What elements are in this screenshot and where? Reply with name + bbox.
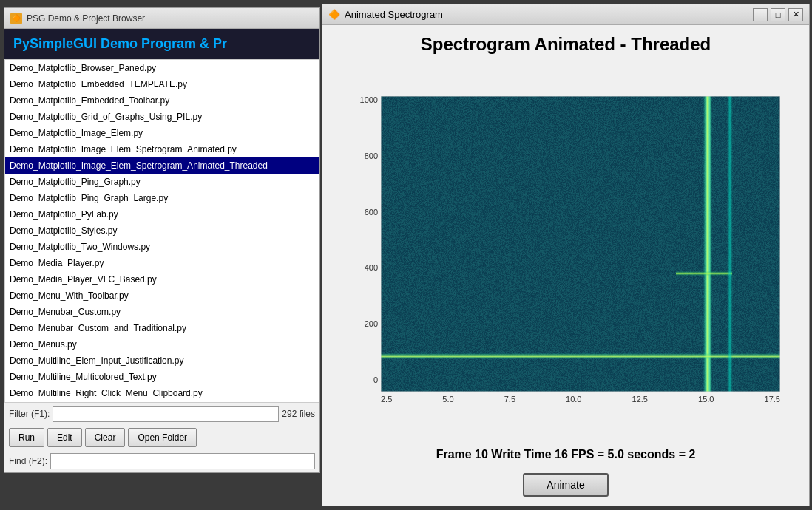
file-list-item[interactable]: Demo_Matplotlib_Styles.py: [5, 222, 319, 239]
filter-input[interactable]: [53, 406, 279, 422]
file-list-item[interactable]: Demo_Matplotlib_PyLab.py: [5, 206, 319, 222]
find-input[interactable]: [50, 453, 315, 469]
x-label-7_5: 7.5: [504, 395, 515, 404]
restore-button[interactable]: □: [771, 8, 785, 21]
file-list-item[interactable]: Demo_Multiline_cprint_Printing.py: [5, 401, 319, 402]
file-list-container: Demo_Matplotlib_Browser_Paned.pyDemo_Mat…: [4, 59, 319, 403]
left-titlebar: 🔶 PSG Demo & Project Browser: [4, 8, 319, 29]
y-label-600: 600: [365, 208, 378, 217]
file-list-item[interactable]: Demo_Matplotlib_Browser_Paned.py: [5, 60, 319, 76]
left-window: 🔶 PSG Demo & Project Browser PySimpleGUI…: [4, 7, 320, 473]
find-label: Find (F2):: [9, 456, 47, 466]
button-row: Run Edit Clear Open Folder: [4, 425, 319, 450]
file-list-item[interactable]: Demo_Matplotlib_Image_Elem.py: [5, 125, 319, 141]
spectrogram-wrapper: 1000 800 600 400 200 0 2.5 5.0 7.5 10.0 …: [351, 96, 780, 407]
find-row: Find (F2):: [4, 450, 319, 472]
y-label-800: 800: [365, 152, 378, 160]
x-label-2_5: 2.5: [381, 395, 392, 404]
file-list-item[interactable]: Demo_Menu_With_Toolbar.py: [5, 288, 319, 304]
x-axis-labels: 2.5 5.0 7.5 10.0 12.5 15.0 17.5: [381, 392, 780, 407]
filter-label: Filter (F1):: [9, 409, 50, 419]
y-label-0: 0: [373, 376, 378, 384]
file-list-item[interactable]: Demo_Menus.py: [5, 336, 319, 353]
left-title-text: PSG Demo & Project Browser: [27, 13, 145, 24]
animate-row: Animate: [322, 467, 809, 506]
file-list-item[interactable]: Demo_Matplotlib_Image_Elem_Spetrogram_An…: [5, 157, 319, 174]
run-button[interactable]: Run: [9, 428, 44, 447]
left-title-icon: 🔶: [10, 13, 22, 24]
close-button[interactable]: ✕: [788, 8, 803, 21]
x-label-5_0: 5.0: [442, 395, 453, 404]
file-list-item[interactable]: Demo_Media_Player_VLC_Based.py: [5, 271, 319, 288]
file-list-item[interactable]: Demo_Matplotlib_Grid_of_Graphs_Using_PIL…: [5, 109, 319, 125]
file-list-item[interactable]: Demo_Multiline_Multicolored_Text.py: [5, 369, 319, 385]
file-list-item[interactable]: Demo_Multiline_Right_Click_Menu_Clipboar…: [5, 385, 319, 401]
file-list[interactable]: Demo_Matplotlib_Browser_Paned.pyDemo_Mat…: [5, 60, 319, 402]
right-title-icon: 🔶: [328, 9, 340, 20]
spectrogram-canvas: [381, 96, 780, 392]
app-header: PySimpleGUI Demo Program & Pr: [4, 29, 319, 59]
file-list-item[interactable]: Demo_Matplotlib_Embedded_TEMPLATE.py: [5, 76, 319, 92]
file-count: 292 files: [282, 409, 315, 419]
filter-row: Filter (F1): 292 files: [4, 403, 319, 425]
status-text: Frame 10 Write Time 16 FPS = 5.0 seconds…: [322, 442, 809, 467]
y-axis-labels: 1000 800 600 400 200 0: [351, 96, 381, 384]
file-list-item[interactable]: Demo_Menubar_Custom_and_Traditional.py: [5, 320, 319, 336]
y-label-1000: 1000: [360, 96, 378, 104]
file-list-item[interactable]: Demo_Media_Player.py: [5, 255, 319, 271]
animate-button[interactable]: Animate: [523, 473, 608, 497]
x-label-12_5: 12.5: [632, 395, 648, 404]
x-label-15_0: 15.0: [698, 395, 714, 404]
open-folder-button[interactable]: Open Folder: [128, 428, 197, 447]
file-list-item[interactable]: Demo_Menubar_Custom.py: [5, 304, 319, 320]
file-list-item[interactable]: Demo_Matplotlib_Ping_Graph_Large.py: [5, 190, 319, 206]
clear-button[interactable]: Clear: [85, 428, 126, 447]
y-label-200: 200: [365, 320, 378, 328]
edit-button[interactable]: Edit: [47, 428, 82, 447]
minimize-button[interactable]: —: [753, 8, 768, 21]
file-list-item[interactable]: Demo_Matplotlib_Ping_Graph.py: [5, 174, 319, 190]
right-titlebar: 🔶 Animated Spectrogram — □ ✕: [322, 4, 809, 25]
y-label-400: 400: [365, 264, 378, 272]
spectrogram-title: Spectrogram Animated - Threaded: [322, 25, 809, 61]
file-list-item[interactable]: Demo_Matplotlib_Image_Elem_Spetrogram_An…: [5, 141, 319, 157]
spectrogram-container: 1000 800 600 400 200 0 2.5 5.0 7.5 10.0 …: [322, 61, 809, 442]
x-label-17_5: 17.5: [765, 395, 780, 404]
file-list-item[interactable]: Demo_Matplotlib_Two_Windows.py: [5, 239, 319, 255]
x-label-10_0: 10.0: [566, 395, 581, 404]
file-list-item[interactable]: Demo_Matplotlib_Embedded_Toolbar.py: [5, 92, 319, 109]
right-window: 🔶 Animated Spectrogram — □ ✕ Spectrogram…: [322, 4, 810, 506]
file-list-item[interactable]: Demo_Multiline_Elem_Input_Justification.…: [5, 353, 319, 369]
right-title-text: Animated Spectrogram: [345, 9, 443, 20]
